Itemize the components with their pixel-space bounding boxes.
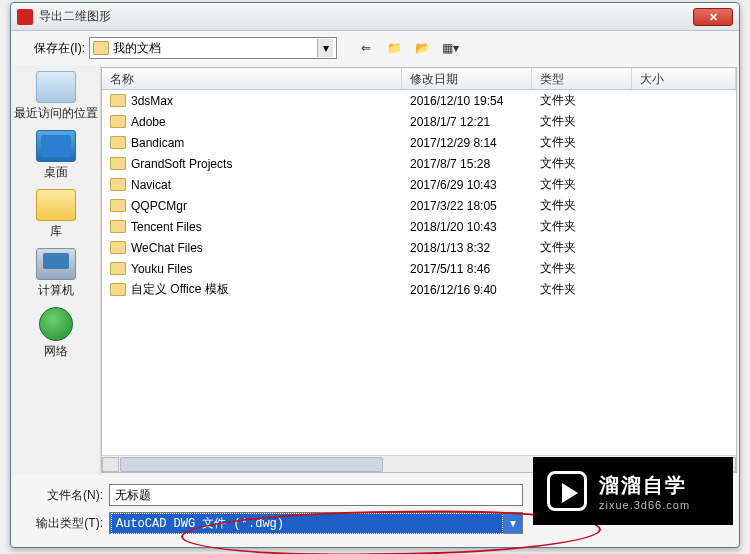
folder-icon [110,157,126,170]
row-name: Youku Files [131,262,193,276]
table-row[interactable]: 自定义 Office 模板2016/12/16 9:40文件夹 [102,279,736,300]
dropdown-arrow-icon[interactable]: ▾ [317,39,333,57]
row-type: 文件夹 [532,176,632,193]
row-type: 文件夹 [532,113,632,130]
export-2d-dialog: 导出二维图形 ✕ 保存在(I): 我的文档 ▾ ⇐ 📁 📂 ▦▾ 最近访问的位置 [10,2,740,548]
toolbar: 保存在(I): 我的文档 ▾ ⇐ 📁 📂 ▦▾ [11,31,739,65]
filetype-label: 输出类型(T): [23,515,109,532]
up-folder-button[interactable]: 📁 [385,39,403,57]
row-type: 文件夹 [532,260,632,277]
close-button[interactable]: ✕ [693,8,733,26]
col-date[interactable]: 修改日期 [402,68,532,89]
sidebar-computer[interactable]: 计算机 [36,248,76,299]
row-date: 2018/1/13 8:32 [402,241,532,255]
new-folder-button[interactable]: 📂 [413,39,431,57]
row-type: 文件夹 [532,197,632,214]
table-row[interactable]: Adobe2018/1/7 12:21文件夹 [102,111,736,132]
row-date: 2017/8/7 15:28 [402,157,532,171]
folder-icon [110,262,126,275]
bottom-form: 文件名(N): 无标题 输出类型(T): AutoCAD DWG 文件 (*.d… [11,475,739,547]
folder-icon [110,283,126,296]
table-row[interactable]: Tencent Files2018/1/20 10:43文件夹 [102,216,736,237]
savein-label: 保存在(I): [23,40,89,57]
row-name: GrandSoft Projects [131,157,232,171]
row-date: 2018/1/20 10:43 [402,220,532,234]
row-name: Bandicam [131,136,184,150]
app-icon [17,9,33,25]
file-rows[interactable]: 3dsMax2016/12/10 19:54文件夹Adobe2018/1/7 1… [102,90,736,455]
computer-icon [36,248,76,280]
watermark-title: 溜溜自学 [599,472,690,499]
places-sidebar: 最近访问的位置 桌面 库 计算机 网络 [11,65,101,475]
sidebar-network[interactable]: 网络 [39,307,73,360]
row-name: WeChat Files [131,241,203,255]
folder-icon [110,115,126,128]
col-name[interactable]: 名称 [102,68,402,89]
folder-icon [93,41,109,55]
col-size[interactable]: 大小 [632,68,736,89]
window-title: 导出二维图形 [39,8,693,25]
watermark: 溜溜自学 zixue.3d66.com [533,457,733,525]
table-row[interactable]: 3dsMax2016/12/10 19:54文件夹 [102,90,736,111]
network-icon [39,307,73,341]
row-date: 2017/12/29 8:14 [402,136,532,150]
folder-icon [110,241,126,254]
savein-value: 我的文档 [113,40,317,57]
table-row[interactable]: Bandicam2017/12/29 8:14文件夹 [102,132,736,153]
desktop-icon [36,130,76,162]
table-row[interactable]: QQPCMgr2017/3/22 18:05文件夹 [102,195,736,216]
row-date: 2016/12/10 19:54 [402,94,532,108]
col-type[interactable]: 类型 [532,68,632,89]
scroll-thumb[interactable] [120,457,383,472]
row-type: 文件夹 [532,134,632,151]
table-row[interactable]: Youku Files2017/5/11 8:46文件夹 [102,258,736,279]
view-menu-button[interactable]: ▦▾ [441,39,459,57]
watermark-play-icon [547,471,587,511]
sidebar-libraries[interactable]: 库 [36,189,76,240]
row-type: 文件夹 [532,281,632,298]
folder-icon [110,94,126,107]
table-row[interactable]: Navicat2017/6/29 10:43文件夹 [102,174,736,195]
sidebar-desktop[interactable]: 桌面 [36,130,76,181]
row-date: 2016/12/16 9:40 [402,283,532,297]
libraries-icon [36,189,76,221]
savein-combo[interactable]: 我的文档 ▾ [89,37,337,59]
row-date: 2017/6/29 10:43 [402,178,532,192]
row-name: 3dsMax [131,94,173,108]
filetype-value: AutoCAD DWG 文件 (*.dwg) [111,513,503,534]
table-row[interactable]: WeChat Files2018/1/13 8:32文件夹 [102,237,736,258]
filename-value: 无标题 [115,487,151,504]
row-name: Tencent Files [131,220,202,234]
row-name: 自定义 Office 模板 [131,281,229,298]
folder-icon [110,178,126,191]
row-date: 2017/3/22 18:05 [402,199,532,213]
column-headers: 名称 修改日期 类型 大小 [102,68,736,90]
folder-icon [110,136,126,149]
row-name: QQPCMgr [131,199,187,213]
watermark-sub: zixue.3d66.com [599,499,690,511]
folder-icon [110,199,126,212]
row-type: 文件夹 [532,239,632,256]
row-type: 文件夹 [532,92,632,109]
sidebar-recent[interactable]: 最近访问的位置 [14,71,98,122]
row-name: Adobe [131,115,166,129]
filetype-combo[interactable]: AutoCAD DWG 文件 (*.dwg) ▾ [109,512,523,534]
recent-icon [36,71,76,103]
scroll-left-button[interactable] [102,457,119,472]
table-row[interactable]: GrandSoft Projects2017/8/7 15:28文件夹 [102,153,736,174]
row-type: 文件夹 [532,155,632,172]
back-button[interactable]: ⇐ [357,39,375,57]
row-date: 2018/1/7 12:21 [402,115,532,129]
file-list-area: 名称 修改日期 类型 大小 3dsMax2016/12/10 19:54文件夹A… [101,67,737,473]
row-date: 2017/5/11 8:46 [402,262,532,276]
titlebar[interactable]: 导出二维图形 ✕ [11,3,739,31]
filetype-dropdown-icon[interactable]: ▾ [504,513,522,533]
row-name: Navicat [131,178,171,192]
row-type: 文件夹 [532,218,632,235]
filename-input[interactable]: 无标题 [109,484,523,506]
filename-label: 文件名(N): [23,487,109,504]
folder-icon [110,220,126,233]
